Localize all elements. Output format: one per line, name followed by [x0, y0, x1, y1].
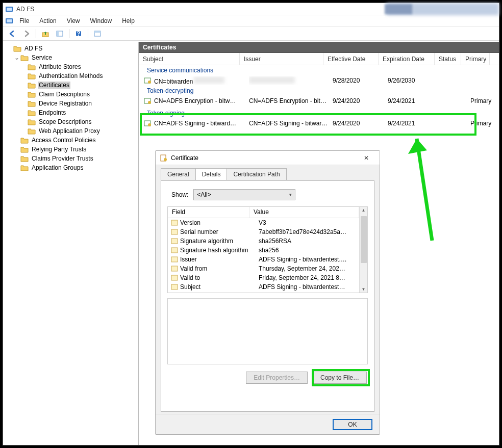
grid-row[interactable]: SubjectADFS Signing - bitwardentest… [168, 282, 359, 292]
cert-row-token-signing[interactable]: CN=ADFS Signing - bitward… CN=ADFS Signi… [139, 118, 499, 128]
grid-scrollbar[interactable]: ▲ ▼ [359, 207, 367, 293]
back-button[interactable] [6, 28, 18, 39]
grid-row[interactable]: Signature hash algorithmsha256 [168, 246, 359, 255]
svg-rect-24 [171, 248, 178, 253]
tree-label: AD FS [23, 45, 43, 52]
refresh-button[interactable] [91, 28, 104, 39]
scroll-thumb[interactable] [361, 216, 367, 263]
grid-header: Field Value [168, 207, 359, 218]
details-grid[interactable]: Field Value VersionV3Serial number7abebf… [167, 206, 368, 293]
tree-attribute-stores[interactable]: Attribute Stores [4, 62, 137, 71]
close-button[interactable]: ✕ [357, 152, 375, 164]
folder-icon [28, 118, 36, 125]
tree-label: Access Control Policies [31, 137, 96, 144]
folder-icon [28, 109, 36, 116]
col-status[interactable]: Status [435, 53, 461, 65]
list-pane-icon [94, 30, 101, 37]
up-button[interactable] [39, 28, 52, 39]
col-issuer[interactable]: Issuer [240, 53, 323, 65]
grid-row[interactable]: VersionV3 [168, 218, 359, 227]
close-icon: ✕ [364, 154, 369, 162]
tree-root[interactable]: AD FS [4, 44, 137, 53]
show-dropdown[interactable]: <All> ▾ [193, 189, 295, 200]
tree-access-control-policies[interactable]: Access Control Policies [4, 136, 137, 145]
svg-rect-22 [171, 229, 178, 234]
edit-properties-button: Edit Properties… [246, 372, 308, 384]
col-primary[interactable]: Primary [461, 53, 490, 65]
certificate-icon [144, 77, 152, 84]
cert-row-token-decrypting[interactable]: CN=ADFS Encryption - bitw… CN=ADFS Encry… [139, 96, 499, 106]
cert-row-service-comm[interactable]: CN=bitwarden 9/28/2020 9/26/2030 [139, 75, 499, 86]
copy-to-file-button[interactable]: Copy to File… [313, 372, 367, 384]
svg-rect-23 [171, 239, 178, 244]
grid-value: sha256 [259, 247, 359, 254]
tree-application-groups[interactable]: Application Groups [4, 163, 137, 172]
tree-certificates[interactable]: Certificates [4, 81, 137, 90]
col-effective[interactable]: Effective Date [323, 53, 379, 65]
grid-row[interactable]: IssuerADFS Signing - bitwardentest.… [168, 255, 359, 264]
menu-file[interactable]: File [15, 16, 33, 25]
field-icon [171, 266, 178, 272]
dialog-title: Certificate [171, 154, 198, 162]
grid-value: Friday, September 24, 2021 8… [259, 274, 359, 281]
scroll-up-icon[interactable]: ▲ [362, 207, 366, 214]
tree-relying-party-trusts[interactable]: Relying Party Trusts [4, 145, 137, 154]
svg-rect-10 [94, 31, 101, 33]
grid-field: Subject [180, 283, 259, 291]
show-hide-tree-button[interactable] [54, 28, 66, 39]
forward-button[interactable] [20, 28, 33, 39]
tree-label: Attribute Stores [38, 63, 82, 70]
tree-web-application-proxy[interactable]: Web Application Proxy [4, 126, 137, 136]
tree-authentication-methods[interactable]: Authentication Methods [4, 71, 137, 81]
grid-row[interactable]: Valid fromThursday, September 24, 202… [168, 264, 359, 273]
tab-details[interactable]: Details [195, 168, 228, 180]
folder-icon [28, 100, 36, 107]
tree-claim-descriptions[interactable]: Claim Descriptions [4, 90, 137, 99]
menu-help[interactable]: Help [118, 16, 139, 25]
tab-general[interactable]: General [161, 168, 196, 180]
ok-button[interactable]: OK [333, 419, 372, 430]
tab-certification-path[interactable]: Certification Path [227, 168, 286, 180]
column-headers[interactable]: Subject Issuer Effective Date Expiration… [139, 53, 499, 65]
grid-value: 7abebff3b71ed78e424d32a5a… [259, 228, 359, 235]
svg-rect-1 [7, 8, 12, 11]
console-tree[interactable]: AD FS ⌄ Service Attribute Stores Authent… [3, 42, 139, 445]
field-icon [171, 256, 178, 262]
grid-col-value[interactable]: Value [249, 207, 359, 218]
folder-icon [20, 146, 29, 153]
folder-up-icon [42, 30, 49, 37]
titlebar: AD FS [3, 3, 499, 15]
grid-col-field[interactable]: Field [168, 207, 249, 218]
col-expiration[interactable]: Expiration Date [379, 53, 435, 65]
tree-service[interactable]: ⌄ Service [4, 53, 137, 62]
tree-device-registration[interactable]: Device Registration [4, 99, 137, 108]
cell-issuer: CN=ADFS Signing - bitwar… [249, 120, 333, 127]
grid-row[interactable]: Serial number7abebff3b71ed78e424d32a5a… [168, 227, 359, 236]
scroll-down-icon[interactable]: ▼ [362, 286, 366, 293]
tree-endpoints[interactable]: Endpoints [4, 108, 137, 117]
menu-view[interactable]: View [63, 16, 84, 25]
menubar: File Action View Window Help [3, 15, 499, 27]
folder-icon [20, 155, 29, 162]
grid-row[interactable]: Valid toFriday, September 24, 2021 8… [168, 273, 359, 282]
grid-value: sha256RSA [259, 238, 359, 245]
tree-label: Web Application Proxy [38, 127, 101, 135]
grid-field: Signature algorithm [180, 238, 259, 245]
annotation-arrow-icon [404, 118, 445, 246]
svg-point-20 [164, 158, 167, 161]
tree-scope-descriptions[interactable]: Scope Descriptions [4, 117, 137, 126]
folder-icon [28, 91, 36, 98]
expander-icon[interactable]: ⌄ [13, 54, 20, 61]
grid-field: Version [180, 219, 259, 226]
folder-icon [28, 72, 36, 80]
svg-rect-27 [171, 275, 178, 280]
pane-header: Certificates [139, 42, 499, 53]
field-icon [171, 229, 178, 235]
tree-claims-provider-trusts[interactable]: Claims Provider Trusts [4, 154, 137, 163]
menu-window[interactable]: Window [86, 16, 116, 25]
svg-line-17 [417, 139, 432, 241]
menu-action[interactable]: Action [35, 16, 60, 25]
grid-row[interactable]: Signature algorithmsha256RSA [168, 236, 359, 246]
col-subject[interactable]: Subject [139, 53, 240, 65]
help-button[interactable]: ? [72, 28, 85, 39]
